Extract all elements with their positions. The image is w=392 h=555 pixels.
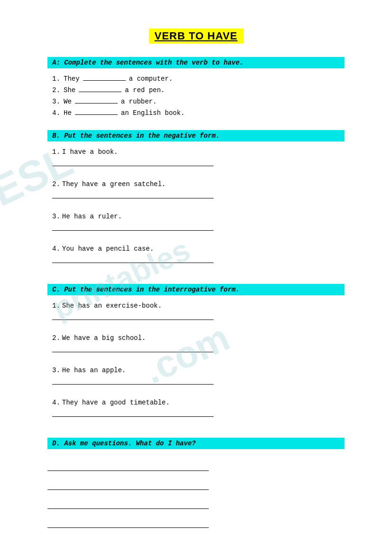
sentence-c1: She has an exercise-book. — [62, 302, 162, 310]
section-d: D. Ask me questions. What do I have? — [47, 438, 345, 528]
section-b-list: 1. I have a book. 2. They have a green s… — [47, 148, 345, 271]
sentence-b2: They have a green satchel. — [62, 180, 166, 188]
list-item: 1. I have a book. — [52, 148, 345, 174]
blank-1 — [83, 80, 126, 81]
sentence-b4: You have a pencil case. — [62, 245, 154, 253]
answer-line-c1 — [52, 311, 214, 320]
text-4: an English book. — [121, 109, 185, 117]
list-item: 3. We a rubber. — [52, 98, 345, 105]
list-item: 2. They have a green satchel. — [52, 180, 345, 206]
section-c-list: 1. She has an exercise-book. 2. We have … — [47, 302, 345, 424]
subject-he: He — [64, 109, 72, 117]
text-2: a red pen. — [125, 86, 165, 94]
section-a-header: A: Complete the sentences with the verb … — [47, 57, 345, 68]
subject-we: We — [64, 98, 72, 105]
list-item: 4. They have a good timetable. — [52, 399, 345, 424]
blank-2 — [79, 92, 121, 92]
list-item: 2. We have a big school. — [52, 334, 345, 360]
list-item: 2. She a red pen. — [52, 86, 345, 94]
list-item: 4. He an English book. — [52, 109, 345, 117]
list-item: 1. They a computer. — [52, 75, 345, 83]
blank-3 — [75, 103, 118, 103]
sentence-b3: He has a ruler. — [62, 213, 122, 220]
subject-she: She — [64, 86, 75, 94]
answer-line-b2 — [52, 190, 214, 198]
page-title: VERB TO HAVE — [149, 28, 243, 44]
section-b-header: B. Put the sentences in the negative for… — [47, 130, 345, 141]
d-line-4 — [47, 517, 209, 528]
text-3: a rubber. — [121, 98, 157, 105]
sentence-b1: I have a book. — [62, 148, 118, 156]
sentence-c4: They have a good timetable. — [62, 399, 170, 406]
answer-line-b4 — [52, 254, 214, 263]
list-item: 3. He has a ruler. — [52, 213, 345, 238]
section-b: B. Put the sentences in the negative for… — [47, 130, 345, 271]
list-item: 3. He has an apple. — [52, 367, 345, 392]
section-d-lines — [47, 461, 345, 528]
text-1: a computer. — [129, 75, 173, 83]
answer-line-c3 — [52, 376, 214, 385]
section-c-header: C. Put the sentences in the interrogativ… — [47, 284, 345, 295]
list-item: 4. You have a pencil case. — [52, 245, 345, 271]
section-a: A: Complete the sentences with the verb … — [47, 57, 345, 117]
answer-line-c4 — [52, 408, 214, 417]
answer-line-b1 — [52, 158, 214, 166]
answer-line-b3 — [52, 222, 214, 231]
d-line-2 — [47, 480, 209, 490]
list-item: 1. She has an exercise-book. — [52, 302, 345, 328]
blank-4 — [75, 114, 118, 115]
section-d-header: D. Ask me questions. What do I have? — [47, 438, 345, 449]
d-line-3 — [47, 499, 209, 509]
d-line-1 — [47, 461, 209, 471]
subject-they: They — [64, 75, 80, 83]
section-c: C. Put the sentences in the interrogativ… — [47, 284, 345, 424]
section-a-list: 1. They a computer. 2. She a red pen. 3.… — [47, 75, 345, 117]
title-wrapper: VERB TO HAVE — [47, 28, 345, 44]
sentence-c3: He has an apple. — [62, 367, 126, 374]
answer-line-c2 — [52, 344, 214, 352]
sentence-c2: We have a big school. — [62, 334, 146, 342]
